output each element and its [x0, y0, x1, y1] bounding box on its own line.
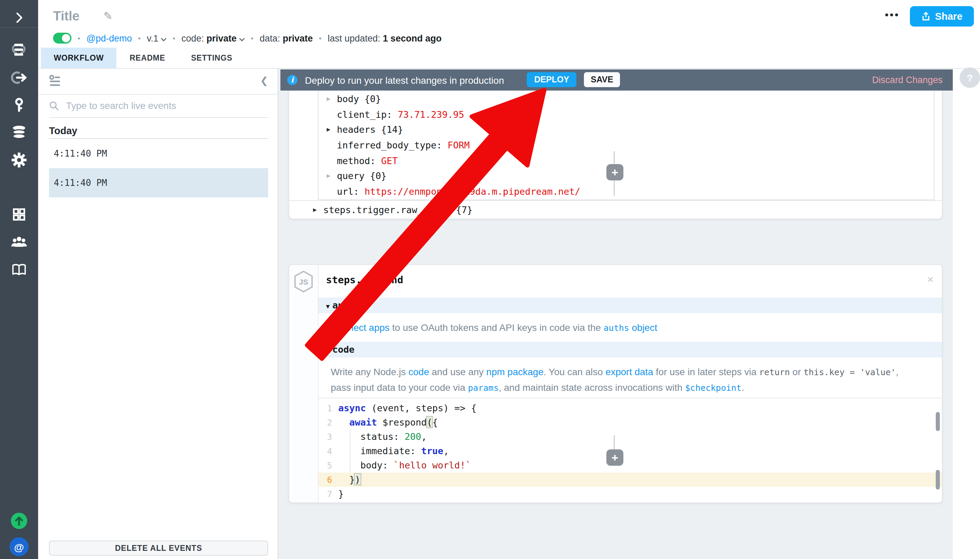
tab-workflow[interactable]: WORKFLOW: [41, 48, 117, 68]
event-list-item-selected[interactable]: 4:11:40 PM: [49, 168, 268, 197]
separator-dot: •: [138, 34, 141, 42]
auths-object-link[interactable]: auths: [604, 322, 629, 332]
add-step-button[interactable]: +: [606, 164, 624, 180]
gear-icon: [11, 152, 27, 168]
workflow-active-toggle[interactable]: [53, 33, 71, 44]
sidebar-account-avatar[interactable]: @: [0, 537, 38, 556]
code-line[interactable]: 3 status: 200,: [318, 429, 942, 443]
sidebar-item-sql[interactable]: [0, 120, 38, 144]
connect-apps-link[interactable]: Connect apps: [331, 322, 389, 332]
code-line[interactable]: 1async (event, steps) => {: [318, 401, 942, 415]
close-icon[interactable]: ×: [927, 273, 934, 286]
sidebar-item-settings[interactable]: [0, 148, 38, 172]
editor-scrollbar-thumb[interactable]: [936, 412, 940, 431]
delete-all-events-button[interactable]: DELETE ALL EVENTS: [49, 541, 268, 556]
save-button[interactable]: SAVE: [584, 72, 620, 87]
tab-settings[interactable]: SETTINGS: [178, 48, 245, 68]
json-row-client-ip: client_ip: 73.71.239.95: [318, 107, 934, 122]
key-icon: [12, 98, 26, 114]
sidebar-item-pipelines[interactable]: [0, 38, 38, 62]
expand-arrow-icon[interactable]: ▶: [327, 169, 330, 184]
auths-object-link[interactable]: object: [629, 322, 657, 332]
collapse-panel-icon[interactable]: ❮: [260, 75, 268, 86]
code-description: Write any Node.js code and use any npm p…: [318, 358, 942, 404]
events-date-section: Today: [49, 125, 77, 136]
editor-scrollbar-thumb[interactable]: [936, 470, 940, 489]
event-list-item[interactable]: 4:11:40 PM: [49, 139, 268, 168]
json-row-url: url: https://enmpopjygqk9da.m.pipedream.…: [318, 184, 934, 199]
code-editor[interactable]: 1async (event, steps) => { 2 await $resp…: [318, 397, 942, 503]
add-step-button[interactable]: +: [606, 449, 624, 466]
nodejs-icon: JS: [293, 270, 314, 293]
page-title: Title: [53, 9, 79, 24]
json-row-method: method: GET: [318, 153, 934, 169]
events-panel-header: ❮: [38, 68, 278, 95]
checkpoint-link[interactable]: $checkpoint: [685, 382, 741, 392]
deploy-banner: i Deploy to run your latest changes in p…: [280, 69, 953, 91]
step-gutter: JS: [289, 265, 318, 503]
code-line[interactable]: 7}: [318, 486, 942, 501]
share-label: Share: [935, 11, 963, 22]
export-data-link[interactable]: export data: [605, 366, 653, 377]
npm-package-link[interactable]: npm package: [486, 366, 543, 377]
deploy-button[interactable]: DEPLOY: [527, 72, 577, 87]
sidebar-item-apps[interactable]: [0, 202, 38, 227]
expand-arrow-icon[interactable]: ▶: [313, 201, 317, 219]
chevron-down-icon: [160, 37, 167, 41]
info-icon: i: [287, 75, 297, 85]
sidebar-expand-button[interactable]: [0, 5, 38, 30]
json-row-body[interactable]: ▶body{0}: [318, 91, 934, 107]
version-dropdown[interactable]: v.1: [147, 33, 167, 43]
separator-dot: •: [251, 34, 254, 42]
edit-title-icon[interactable]: ✎: [104, 10, 113, 23]
sidebar-item-docs[interactable]: [0, 257, 38, 282]
step-content: steps.respond × ▼auths Connect apps to u…: [318, 265, 942, 503]
grid-icon: [12, 207, 26, 222]
app-sidebar: @: [0, 0, 38, 559]
collapse-arrow-icon: ▼: [326, 303, 330, 309]
chevron-right-icon: [12, 10, 26, 25]
code-doc-link[interactable]: code: [408, 366, 429, 377]
sidebar-item-event-sources[interactable]: [0, 65, 38, 90]
upgrade-arrow-icon: [10, 512, 28, 530]
code-line[interactable]: 2 await $respond({: [318, 415, 942, 429]
event-search-row: [49, 94, 268, 118]
pipelines-icon: [11, 41, 27, 58]
raw-event-row[interactable]: ▶ steps.trigger.raw_event{7}: [289, 200, 942, 219]
trigger-event-json-viewer: ▶body{0} client_ip: 73.71.239.95 ▶header…: [318, 91, 934, 200]
book-icon: [11, 262, 27, 277]
code-line[interactable]: 5 body: `hello world!`: [318, 458, 942, 472]
search-live-events-input[interactable]: [64, 99, 268, 112]
pipedream-workflow-editor: @ Title ✎ Share ••• • @pd-demo • v.1 • c…: [0, 0, 980, 559]
separator-dot: •: [173, 34, 175, 42]
workflow-meta-row: • @pd-demo • v.1 • code: private • data:…: [53, 30, 442, 46]
json-row-headers[interactable]: ▶headers{14}: [318, 122, 934, 137]
sidebar-upgrade-button[interactable]: [0, 512, 38, 530]
code-line[interactable]: 4 immediate: true,: [318, 443, 942, 458]
owner-link[interactable]: @pd-demo: [86, 33, 132, 43]
workflow-header: Title ✎ Share ••• • @pd-demo • v.1 • cod…: [38, 0, 980, 69]
workflow-tabs: WORKFLOW README SETTINGS: [41, 48, 245, 68]
step-name[interactable]: steps.respond: [326, 274, 403, 285]
share-icon: [921, 12, 931, 21]
toggle-knob: [62, 34, 70, 42]
code-line-active[interactable]: 6 }): [318, 472, 942, 486]
sidebar-item-keys[interactable]: [0, 93, 38, 118]
discard-changes-link[interactable]: Discard Changes: [872, 75, 942, 85]
sidebar-item-community[interactable]: [0, 230, 38, 254]
data-visibility-label: data: private: [260, 33, 313, 43]
params-link[interactable]: params: [468, 382, 498, 392]
help-button[interactable]: ?: [960, 68, 980, 88]
expand-arrow-icon[interactable]: ▶: [327, 122, 330, 137]
code-section-header[interactable]: ▼code: [318, 341, 942, 357]
tab-readme[interactable]: README: [117, 48, 178, 68]
filter-events-icon[interactable]: [49, 75, 61, 86]
auths-section-header[interactable]: ▼auths: [318, 297, 942, 313]
database-icon: [10, 124, 28, 140]
code-visibility-dropdown[interactable]: code: private: [181, 33, 245, 43]
deploy-banner-message: Deploy to run your latest changes in pro…: [305, 74, 504, 86]
more-menu-button[interactable]: •••: [885, 9, 900, 20]
share-button[interactable]: Share: [910, 6, 974, 26]
json-row-query[interactable]: ▶query{0}: [318, 169, 934, 184]
expand-arrow-icon[interactable]: ▶: [327, 91, 330, 107]
